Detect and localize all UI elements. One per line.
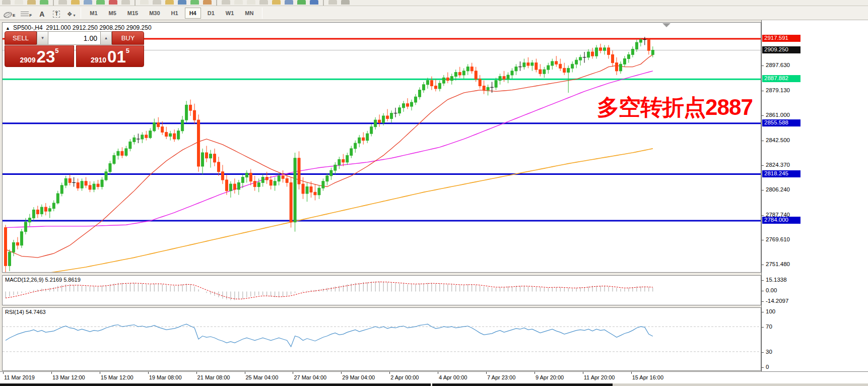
price-axis-label: 100 bbox=[766, 308, 775, 314]
rsi-chart bbox=[3, 308, 761, 370]
time-axis-label: 13 Mar 12:00 bbox=[52, 374, 85, 380]
taskbar-edge bbox=[613, 383, 868, 386]
rsi-panel[interactable]: RSI(14) 54.7463 bbox=[2, 307, 761, 371]
price-level-badge: 2909.250 bbox=[762, 46, 800, 53]
text-label-icon: T bbox=[53, 11, 60, 18]
sell-price-base: 2909 bbox=[20, 55, 35, 65]
scroll-to-end-icon[interactable] bbox=[662, 23, 671, 27]
time-axis-label: 2 Apr 00:00 bbox=[390, 374, 419, 380]
time-tick bbox=[148, 372, 149, 374]
time-tick bbox=[3, 372, 4, 374]
time-axis-label: 29 Mar 04:00 bbox=[342, 374, 375, 380]
arrow-objects-tool-button[interactable]: ❖ ▾ bbox=[64, 7, 78, 19]
clipped-icon bbox=[140, 0, 149, 5]
clipped-icon bbox=[84, 0, 92, 5]
timeframe-button-h4[interactable]: H4 bbox=[185, 8, 201, 19]
axis-tick bbox=[762, 301, 764, 302]
axis-tick bbox=[762, 190, 764, 190]
time-axis-label: 25 Mar 04:00 bbox=[246, 374, 279, 380]
axis-tick bbox=[762, 141, 764, 141]
axis-tick bbox=[762, 327, 764, 328]
price-level-badge: 2855.588 bbox=[762, 119, 800, 126]
time-tick bbox=[293, 372, 293, 374]
fibonacci-tool-button[interactable]: F bbox=[19, 7, 34, 19]
price-level-badge: 2818.245 bbox=[762, 170, 800, 177]
price-level-badge: 2917.591 bbox=[762, 35, 800, 42]
timeframe-button-m5[interactable]: M5 bbox=[104, 8, 121, 19]
time-tick bbox=[535, 372, 535, 374]
price-axis-label: 2842.500 bbox=[766, 137, 790, 143]
timeframe-button-d1[interactable]: D1 bbox=[203, 8, 219, 19]
text-tool-button[interactable]: A bbox=[35, 7, 48, 19]
text-tool-icon: A bbox=[39, 11, 44, 18]
timeframe-button-mn[interactable]: MN bbox=[240, 8, 258, 19]
sell-price-pips: 23 bbox=[37, 49, 55, 65]
main-chart-panel[interactable]: ▲SP500-,H4 2911.000 2912.250 2908.250 29… bbox=[2, 22, 761, 273]
time-tick bbox=[196, 372, 197, 374]
ellipse-tool-button[interactable]: E bbox=[2, 7, 17, 19]
price-axis-label: 70 bbox=[766, 324, 772, 330]
toolbar-separator bbox=[323, 0, 324, 6]
axis-tick bbox=[762, 91, 764, 91]
ohlc-values: 2911.000 2912.250 2908.250 2909.250 bbox=[46, 24, 151, 31]
toolbar-separator bbox=[216, 0, 217, 6]
macd-label: MACD(12,26,9) 5.2169 5.8619 bbox=[5, 277, 81, 283]
clipped-icon bbox=[234, 0, 243, 5]
axis-tick bbox=[762, 215, 764, 216]
time-tick bbox=[583, 372, 583, 374]
price-axis-label: -14.2097 bbox=[766, 298, 788, 304]
price-axis-label: 2806.240 bbox=[766, 186, 790, 192]
rsi-label: RSI(14) 54.7463 bbox=[5, 309, 46, 315]
volume-increase-button[interactable]: ▴ bbox=[100, 31, 112, 45]
timeframe-button-m1[interactable]: M1 bbox=[85, 8, 102, 19]
toolbar-separator bbox=[262, 8, 262, 19]
ellipse-icon bbox=[3, 11, 13, 19]
time-tick bbox=[389, 372, 390, 374]
collapse-panel-icon[interactable]: ▲ bbox=[6, 26, 10, 31]
price-axis-label: 2897.630 bbox=[766, 62, 790, 68]
price-axis-label: 2879.130 bbox=[766, 87, 790, 93]
chevron-down-icon[interactable]: ▾ bbox=[74, 13, 76, 18]
volume-input[interactable] bbox=[48, 31, 100, 45]
sell-price-fraction: 5 bbox=[55, 47, 58, 54]
buy-price-button[interactable]: 2910 01 5 bbox=[76, 45, 144, 67]
macd-chart bbox=[3, 276, 761, 305]
timeframe-button-w1[interactable]: W1 bbox=[221, 8, 239, 19]
buy-button[interactable]: BUY bbox=[112, 31, 144, 45]
timeframe-button-m30[interactable]: M30 bbox=[145, 8, 164, 19]
volume-decrease-button[interactable]: ▾ bbox=[37, 31, 48, 45]
price-axis-label: 2861.000 bbox=[766, 112, 790, 118]
timeframe-button-group: M1M5M15M30H1H4D1W1MN bbox=[84, 8, 259, 19]
timeframe-button-h1[interactable]: H1 bbox=[167, 8, 183, 19]
annotation-text[interactable]: 多空转折点2887 bbox=[597, 93, 753, 122]
clipped-icon bbox=[2, 0, 11, 5]
time-axis-label: 11 Apr 20:00 bbox=[584, 374, 615, 380]
ellipse-tool-label: E bbox=[13, 13, 15, 18]
time-axis[interactable]: 11 Mar 201913 Mar 12:0015 Mar 12:0019 Ma… bbox=[0, 371, 868, 383]
price-level-badge: 2784.000 bbox=[762, 217, 800, 224]
timeframe-button-m15[interactable]: M15 bbox=[123, 8, 143, 19]
axis-tick bbox=[762, 165, 764, 166]
time-axis-label: 21 Mar 08:00 bbox=[197, 374, 230, 380]
buy-price-base: 2910 bbox=[91, 55, 106, 65]
clipped-icon bbox=[272, 0, 281, 5]
clipped-toolbar-strip bbox=[0, 0, 868, 6]
axis-tick bbox=[762, 115, 764, 116]
time-tick bbox=[631, 372, 632, 374]
clipped-icon bbox=[285, 0, 293, 5]
sell-button[interactable]: SELL bbox=[5, 31, 37, 45]
clipped-icon bbox=[58, 0, 67, 5]
time-tick bbox=[341, 372, 342, 374]
time-axis-label: 4 Apr 00:00 bbox=[439, 374, 467, 380]
text-label-tool-button[interactable]: T bbox=[50, 7, 63, 19]
clipped-icon bbox=[341, 0, 350, 5]
time-axis-label: 19 Mar 08:00 bbox=[149, 374, 182, 380]
time-tick bbox=[486, 372, 487, 374]
toolbar-separator bbox=[53, 0, 54, 6]
time-axis-label: 15 Mar 12:00 bbox=[101, 374, 133, 380]
macd-panel[interactable]: MACD(12,26,9) 5.2169 5.8619 bbox=[2, 275, 761, 305]
clipped-icon bbox=[328, 0, 337, 5]
sell-price-button[interactable]: 2909 23 5 bbox=[5, 45, 74, 67]
price-axis[interactable]: 2897.6302879.1302861.0002842.5002824.370… bbox=[761, 20, 868, 371]
axis-tick bbox=[762, 240, 764, 240]
